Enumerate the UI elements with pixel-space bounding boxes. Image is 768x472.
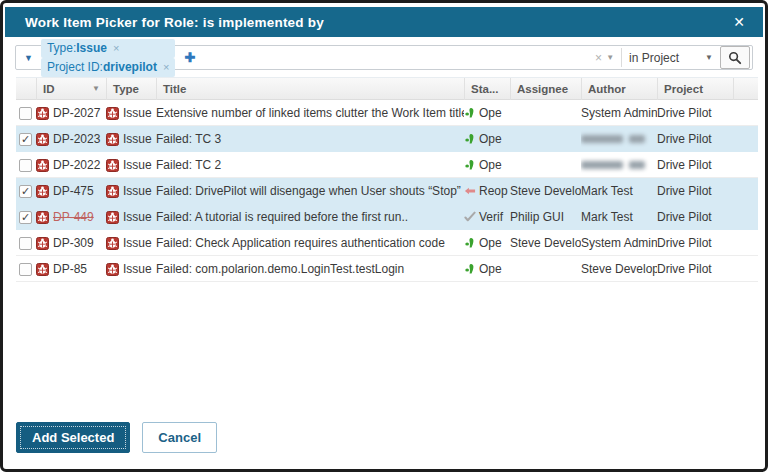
column-header-label: Title xyxy=(163,78,186,100)
status-label: Ope xyxy=(479,132,502,146)
chip-remove-icon[interactable]: × xyxy=(113,42,119,54)
filter-chip-projectid[interactable]: Project ID: drivepilot× xyxy=(41,58,175,77)
column-header-assignee[interactable]: Assignee xyxy=(510,78,581,100)
status-verified-icon xyxy=(464,211,476,223)
checkbox-cell xyxy=(16,256,36,282)
add-selected-button[interactable]: Add Selected xyxy=(16,422,130,453)
query-history-caret-icon[interactable]: ▼ xyxy=(605,53,618,62)
chip-remove-icon[interactable]: × xyxy=(163,61,169,73)
status-reopened-icon xyxy=(464,185,476,197)
scope-caret-icon: ▼ xyxy=(705,53,713,62)
column-header-id[interactable]: ID▼ xyxy=(36,78,106,100)
status-open-icon xyxy=(464,133,476,145)
column-header-label: Author xyxy=(588,78,626,100)
column-header-title[interactable]: Title xyxy=(156,78,464,100)
assignee-cell xyxy=(510,256,581,282)
chip-value: Issue xyxy=(76,41,107,55)
type-cell: Issue xyxy=(106,100,156,126)
author-name: Mark Test xyxy=(581,184,633,198)
row-checkbox[interactable] xyxy=(19,263,32,276)
checkbox-cell xyxy=(16,152,36,178)
issue-type-icon xyxy=(106,185,119,198)
status-cell: Ope xyxy=(464,256,510,282)
type-cell: Issue xyxy=(106,230,156,256)
work-item-type: Issue xyxy=(123,184,152,198)
clear-query-icon[interactable]: × xyxy=(592,51,605,65)
project-cell: Drive Pilot xyxy=(657,152,733,178)
close-icon[interactable]: ✕ xyxy=(727,12,751,32)
dialog-footer: Add Selected Cancel xyxy=(16,422,217,453)
status-cell: Verif xyxy=(464,204,510,230)
assignee-cell: Philip GUI xyxy=(510,204,581,230)
work-item-type: Issue xyxy=(123,132,152,146)
column-header-spacer xyxy=(733,78,756,100)
status-cell: Ope xyxy=(464,126,510,152)
search-button[interactable] xyxy=(720,46,750,69)
column-header-label: Assignee xyxy=(517,78,568,100)
filter-chip-type[interactable]: Type: Issue× xyxy=(41,39,175,58)
type-cell: Issue xyxy=(106,256,156,282)
table-row[interactable]: ✓DP-2023IssueFailed: TC 3OpeDrive Pilot xyxy=(16,126,758,152)
title-cell: Failed: A tutorial is required before th… xyxy=(156,204,464,230)
id-cell: DP-2022 xyxy=(36,152,106,178)
issue-type-icon xyxy=(106,133,119,146)
status-label: Reop xyxy=(479,184,508,198)
row-checkbox[interactable] xyxy=(19,159,32,172)
table-row[interactable]: DP-2027IssueExtensive number of linked i… xyxy=(16,100,758,126)
status-label: Ope xyxy=(479,262,502,276)
assignee-cell: Steve Develope xyxy=(510,230,581,256)
cancel-button[interactable]: Cancel xyxy=(142,422,217,453)
row-checkbox[interactable]: ✓ xyxy=(19,211,32,224)
sort-descending-icon[interactable]: ▼ xyxy=(92,78,100,100)
assignee-cell xyxy=(510,100,581,126)
project-name: Drive Pilot xyxy=(657,184,712,198)
row-checkbox[interactable]: ✓ xyxy=(19,185,32,198)
id-cell: DP-449 xyxy=(36,204,106,230)
project-name: Drive Pilot xyxy=(657,210,712,224)
column-header-sta[interactable]: Sta... xyxy=(464,78,510,100)
project-name: Drive Pilot xyxy=(657,132,712,146)
column-header-checkbox xyxy=(16,78,36,100)
project-name: Drive Pilot xyxy=(657,158,712,172)
project-cell: Drive Pilot xyxy=(657,230,733,256)
work-item-id: DP-2027 xyxy=(53,106,100,120)
status-open-icon xyxy=(464,159,476,171)
query-dropdown-icon[interactable]: ▼ xyxy=(24,53,33,63)
assignee-cell: Steve Develope xyxy=(510,178,581,204)
checkbox-cell: ✓ xyxy=(16,178,36,204)
query-field[interactable]: ▼ Type: Issue×Project ID: drivepilot× ✚ … xyxy=(15,45,753,70)
row-checkbox[interactable]: ✓ xyxy=(19,133,32,146)
status-cell: Reop xyxy=(464,178,510,204)
status-open-icon xyxy=(464,263,476,275)
title-cell: Failed: DrivePilot will disengage when U… xyxy=(156,178,464,204)
row-checkbox[interactable] xyxy=(19,107,32,120)
table-row[interactable]: ✓DP-475IssueFailed: DrivePilot will dise… xyxy=(16,178,758,204)
search-scope-select[interactable]: in Project ▼ xyxy=(629,51,713,65)
work-item-type: Issue xyxy=(123,262,152,276)
table-row[interactable]: DP-2022IssueFailed: TC 2OpeDrive Pilot xyxy=(16,152,758,178)
project-cell: Drive Pilot xyxy=(657,100,733,126)
spacer-cell xyxy=(733,152,756,178)
issue-type-icon xyxy=(36,263,49,276)
issue-type-icon xyxy=(106,159,119,172)
author-cell xyxy=(581,126,657,152)
title-cell: Failed: TC 3 xyxy=(156,126,464,152)
type-cell: Issue xyxy=(106,152,156,178)
column-header-label: ID xyxy=(43,78,55,100)
table-row[interactable]: DP-85IssueFailed: com.polarion.demo.Logi… xyxy=(16,256,758,282)
work-item-title: Failed: TC 3 xyxy=(156,132,221,146)
spacer-cell xyxy=(733,100,756,126)
column-header-project[interactable]: Project xyxy=(657,78,733,100)
table-row[interactable]: ✓DP-449IssueFailed: A tutorial is requir… xyxy=(16,204,758,230)
column-header-type[interactable]: Type xyxy=(106,78,156,100)
title-cell: Failed: TC 2 xyxy=(156,152,464,178)
table-row[interactable]: DP-309IssueFailed: Check Application req… xyxy=(16,230,758,256)
row-checkbox[interactable] xyxy=(19,237,32,250)
add-filter-icon[interactable]: ✚ xyxy=(184,50,195,65)
checkbox-cell xyxy=(16,100,36,126)
column-header-author[interactable]: Author xyxy=(581,78,657,100)
id-cell: DP-309 xyxy=(36,230,106,256)
spacer-cell xyxy=(733,178,756,204)
work-item-title: Extensive number of linked items clutter… xyxy=(156,106,464,120)
project-name: Drive Pilot xyxy=(657,106,712,120)
